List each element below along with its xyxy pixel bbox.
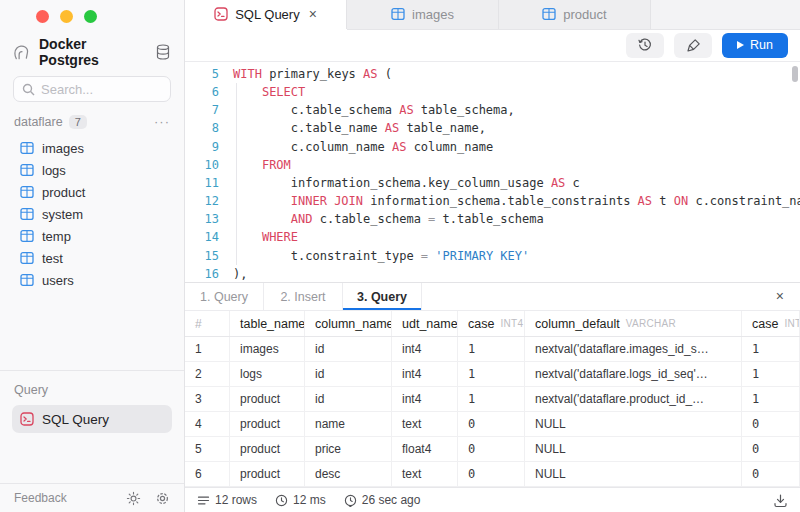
cell: nextval('dataflare.product_id_… <box>525 387 742 411</box>
line-number: 11 <box>185 174 219 192</box>
brush-icon <box>686 38 701 53</box>
sidebar-item-label: logs <box>42 163 66 178</box>
close-tab-icon[interactable]: × <box>309 6 317 22</box>
results-tab-2-insert[interactable]: 2. Insert <box>264 283 343 310</box>
column-type: INT4 <box>500 318 523 329</box>
column-header-column-default[interactable]: column_defaultVARCHAR <box>525 311 742 336</box>
sidebar-item-images[interactable]: images <box>0 137 184 159</box>
column-type: VARCHAR <box>626 318 676 329</box>
column-header-table-name[interactable]: table_name… <box>230 311 305 336</box>
sidebar-item-test[interactable]: test <box>0 247 184 269</box>
code-line: 8 c.table_name AS table_name, <box>185 119 800 137</box>
code-text: c.table_name AS table_name, <box>233 119 486 137</box>
column-name: # <box>195 317 202 331</box>
editor-scrollbar[interactable] <box>792 66 798 82</box>
table-icon <box>20 229 34 243</box>
cell: 4 <box>185 412 230 436</box>
table-icon <box>20 273 34 287</box>
code-line: 13 AND c.table_schema = t.table_schema <box>185 210 800 228</box>
sql-editor[interactable]: 5WITH primary_keys AS (6 SELECT7 c.table… <box>185 62 800 282</box>
table-row[interactable]: 5productpricefloat40NULL0 <box>185 437 800 462</box>
column-header-case[interactable]: caseINT4 <box>458 311 525 336</box>
column-name: case <box>468 317 494 331</box>
line-number: 14 <box>185 228 219 246</box>
cell: 0 <box>458 437 525 461</box>
cell: int4 <box>392 362 458 386</box>
sidebar-item-temp[interactable]: temp <box>0 225 184 247</box>
database-icon[interactable] <box>156 44 170 60</box>
search-icon <box>22 83 35 96</box>
cell: logs <box>230 362 305 386</box>
table-icon <box>20 251 34 265</box>
format-sql-button[interactable] <box>674 33 712 58</box>
tab-images[interactable]: images <box>347 0 499 29</box>
table-row[interactable]: 6productdesctext0NULL0 <box>185 462 800 487</box>
results-tab-1-query[interactable]: 1. Query <box>185 283 264 310</box>
search-input[interactable] <box>41 82 162 97</box>
sidebar-item-label: product <box>42 185 85 200</box>
tab-sql-query[interactable]: SQL Query× <box>185 0 347 29</box>
cell: product <box>230 462 305 486</box>
cell: int4 <box>392 337 458 361</box>
sidebar: Docker Postgres dataflare 7 ··· ima <box>0 0 185 512</box>
tab-label: product <box>563 7 606 22</box>
settings-gear-icon[interactable] <box>155 491 170 506</box>
sidebar-item-sql-query[interactable]: SQL Query <box>12 405 172 433</box>
code-line: 10 FROM <box>185 156 800 174</box>
feedback-link[interactable]: Feedback <box>14 491 112 505</box>
cell: 0 <box>742 412 800 436</box>
results-tab-3-query[interactable]: 3. Query <box>343 283 422 310</box>
close-results-icon[interactable]: × <box>776 288 784 304</box>
table-row[interactable]: 2logsidint41nextval('dataflare.logs_id_s… <box>185 362 800 387</box>
history-icon <box>637 37 653 53</box>
tab-label: SQL Query <box>235 7 300 22</box>
cell: 3 <box>185 387 230 411</box>
column-header-case[interactable]: caseINT4 <box>742 311 800 336</box>
tab-product[interactable]: product <box>499 0 651 29</box>
column-header-index[interactable]: # <box>185 311 230 336</box>
minimize-window-button[interactable] <box>60 10 73 23</box>
column-header-column-name[interactable]: column_name… <box>305 311 392 336</box>
cell: 1 <box>458 337 525 361</box>
zoom-window-button[interactable] <box>84 10 97 23</box>
cell: product <box>230 437 305 461</box>
table-row[interactable]: 4productnametext0NULL0 <box>185 412 800 437</box>
theme-toggle-icon[interactable] <box>126 491 141 506</box>
clock-icon <box>275 494 288 507</box>
last-run-stat: 26 sec ago <box>344 493 421 507</box>
sidebar-item-system[interactable]: system <box>0 203 184 225</box>
sidebar-item-label: images <box>42 141 84 156</box>
row-count-stat: 12 rows <box>197 493 257 507</box>
table-icon <box>542 7 556 21</box>
cell: 0 <box>742 462 800 486</box>
cell: NULL <box>525 437 742 461</box>
sidebar-item-product[interactable]: product <box>0 181 184 203</box>
column-header-udt-name[interactable]: udt_name… <box>392 311 458 336</box>
line-number: 9 <box>185 138 219 156</box>
cell: 1 <box>458 362 525 386</box>
duration-stat: 12 ms <box>275 493 326 507</box>
export-download-icon[interactable] <box>773 493 788 508</box>
sidebar-item-users[interactable]: users <box>0 269 184 291</box>
app-window: Docker Postgres dataflare 7 ··· ima <box>0 0 800 512</box>
search-box[interactable] <box>13 76 171 102</box>
connection-header: Docker Postgres <box>0 30 184 64</box>
row-count-label: 12 rows <box>215 493 257 507</box>
cell: id <box>305 362 392 386</box>
cell: price <box>305 437 392 461</box>
editor-toolbar: Run <box>185 30 800 62</box>
sidebar-item-logs[interactable]: logs <box>0 159 184 181</box>
table-row[interactable]: 1imagesidint41nextval('dataflare.images_… <box>185 337 800 362</box>
run-button[interactable]: Run <box>722 33 788 58</box>
table-row[interactable]: 3productidint41nextval('dataflare.produc… <box>185 387 800 412</box>
schema-row[interactable]: dataflare 7 ··· <box>0 106 184 133</box>
column-type: INT4 <box>784 318 800 329</box>
code-text: WHERE <box>233 228 298 246</box>
cell: NULL <box>525 462 742 486</box>
query-history-button[interactable] <box>626 33 664 58</box>
schema-name: dataflare <box>14 115 63 129</box>
close-window-button[interactable] <box>36 10 49 23</box>
column-name: column_name <box>315 317 392 331</box>
schema-more-icon[interactable]: ··· <box>154 114 170 129</box>
editor-lines: 5WITH primary_keys AS (6 SELECT7 c.table… <box>185 65 800 282</box>
